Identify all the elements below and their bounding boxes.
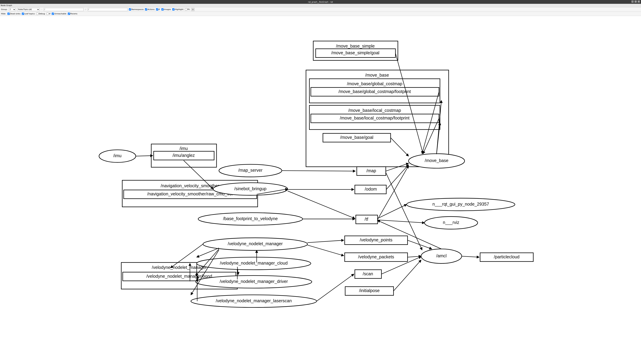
minimize-button[interactable]: _ [631, 0, 634, 3]
sinebot-to-tf [288, 191, 355, 218]
localcostmap-to-movbase [423, 118, 439, 154]
odom-text: /odom [365, 186, 377, 192]
base-footprint-text: /base_footprint_to_velodyne [223, 216, 278, 221]
velodyne-nodelet-mgr-label: /velodyne_nodelet_manager [152, 265, 207, 270]
imu-group-label: /imu [180, 146, 188, 151]
highlight-checkbox[interactable] [172, 8, 174, 10]
menu-item-node-graph[interactable]: Node Graph [1, 4, 12, 6]
amcl-to-particlecloud [462, 256, 479, 257]
unreachable-label[interactable]: Unreachable [52, 12, 66, 15]
velodyne-driver-text: /velodyne_nodelet_manager_driver [220, 279, 288, 284]
packets-to-amcl [408, 256, 421, 257]
global-costmap-label: /move_base/global_costmap [347, 81, 402, 86]
window-title: rqt_graph__RosGraph - rqt [308, 1, 333, 3]
tf2-checkbox-label[interactable]: tf [46, 12, 50, 15]
images-checkbox-label[interactable]: Images [161, 8, 171, 10]
filter-input-2[interactable] [88, 8, 128, 11]
images-checkbox[interactable] [161, 8, 164, 10]
velodyne-packets-text: /velodyne_packets [358, 254, 394, 259]
velodyne-nodelet-mgr-ellipse-text: /velodyne_nodelet_manager [228, 241, 283, 246]
title-bar: rqt_graph__RosGraph - rqt _ □ ✕ [0, 0, 641, 4]
highlight-checkbox-label[interactable]: Highlight [172, 8, 184, 10]
params-label[interactable]: Params [68, 12, 78, 15]
toolbar2: Hide: Dead sinks Leaf topics Debug tf Un… [0, 12, 641, 16]
menu-bar: Node Graph [0, 4, 641, 7]
local-costmap-label: /move_base/local_costmap [348, 108, 401, 113]
map-to-movbase [386, 164, 408, 171]
close-button[interactable]: ✕ [638, 0, 640, 3]
mapserver-to-map [282, 171, 355, 171]
debug-label[interactable]: Debug [36, 12, 45, 15]
rviz-text: n___rviz [443, 220, 459, 225]
move-base-group-label: /move_base [365, 73, 389, 78]
fit-button[interactable]: ⊡ [191, 8, 194, 11]
toolbar1: Group: 2 1 3 Nodes/Topics (all) Nodes on… [0, 7, 641, 12]
odom-to-movbase [386, 165, 408, 190]
display-mode-dropdown[interactable]: Nodes/Topics (all) Nodes only Topics onl… [17, 8, 40, 11]
params-checkbox[interactable] [68, 12, 70, 15]
unreachable-checkbox[interactable] [52, 12, 54, 15]
move-base-simple-goal-text: /move_base_simple/goal [331, 50, 379, 55]
particlecloud-text: /particlecloud [494, 254, 520, 259]
nav-vel-smoother-label: /navigation_velocity_smoother [161, 183, 219, 188]
tf-text: /tf [364, 217, 368, 222]
window-controls[interactable]: _ □ ✕ [631, 0, 640, 3]
tf-to-rviz [378, 220, 424, 223]
velodyne-laserscan-text: /velodyne_nodelet_manager_laserscan [216, 298, 292, 303]
map-text: /map [366, 168, 376, 173]
velodyne-cloud-text: /velodyne_nodelet_manager_cloud [220, 260, 288, 266]
graph-canvas[interactable]: /move_base_simple /move_base_simple/goal… [0, 16, 641, 364]
filter-input-1[interactable] [44, 8, 84, 11]
leaf-topics-label[interactable]: Leaf topics [22, 12, 35, 15]
map-server-text: /map_server [238, 168, 262, 172]
velodyne-mgr-to-packets [308, 245, 344, 256]
fit-checkbox[interactable] [185, 8, 187, 10]
dead-sinks-checkbox[interactable] [8, 12, 10, 15]
global-costmap-footprint-text: /move_base/global_costmap/footprint [338, 89, 411, 94]
movbase-to-localcostmap [436, 123, 440, 154]
fit-checkbox-label[interactable]: Fit [185, 8, 190, 10]
move-base-goal-text: /move_base/goal [340, 135, 374, 140]
imu-to-imuanglez [136, 156, 153, 156]
actions-checkbox-label[interactable]: Actions [145, 8, 154, 10]
maximize-button[interactable]: □ [634, 0, 637, 3]
sinebot-bringup-text: /sinebot_bringup [234, 186, 266, 191]
group-spinner[interactable]: 2 1 3 [9, 8, 16, 11]
move-base-simple-label: /move_base_simple [336, 44, 375, 48]
rqt-gui-text: n___rqt_gui_py_node_29357 [432, 202, 489, 206]
scan-text: /scan [363, 271, 373, 276]
dead-sinks-label[interactable]: Dead sinks [8, 12, 20, 15]
initialpose-text: /initialpose [359, 288, 380, 293]
velodyne-points-text: /velodyne_points [360, 238, 392, 242]
namespaces-checkbox-label[interactable]: Namespaces [129, 8, 144, 10]
debug-checkbox[interactable] [36, 12, 38, 15]
graph-svg: /move_base_simple /move_base_simple/goal… [0, 16, 641, 364]
imu-ellipse-text: /imu [113, 153, 122, 158]
namespaces-checkbox[interactable] [129, 8, 131, 10]
local-costmap-footprint-text: /move_base/local_costmap/footprint [340, 116, 410, 120]
tf2-checkbox[interactable] [46, 12, 48, 15]
group-label: Group: [1, 8, 8, 10]
imu-anglez-text: /imu/anglez [172, 153, 195, 158]
tf-checkbox-label[interactable]: tf [156, 8, 160, 10]
velodyne-mgr-to-points [308, 240, 344, 242]
tf-checkbox[interactable] [156, 8, 158, 10]
movbasesimple-to-movbase [396, 53, 423, 154]
movbasegoal-to-movbase [390, 138, 408, 156]
move-base-ellipse-text: /move_base [424, 158, 448, 163]
initialpose-to-amcl [394, 260, 421, 291]
hide-label: Hide: [1, 12, 6, 15]
velodyne-nodelet-mgr-bond-text: /velodyne_nodelet_manager/bond [146, 274, 212, 278]
leaf-topics-checkbox[interactable] [22, 12, 24, 15]
actions-checkbox[interactable] [145, 8, 147, 10]
amcl-text: /amcl [436, 253, 446, 258]
